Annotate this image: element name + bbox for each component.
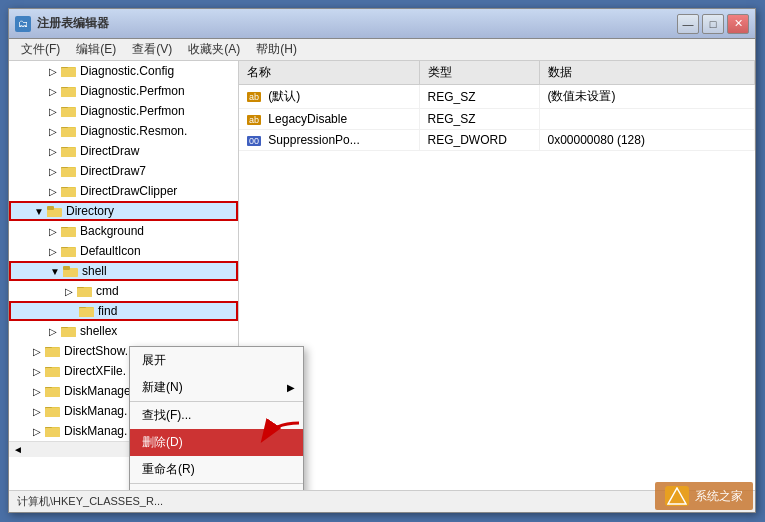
tree-item-diagnostic-perfmon1[interactable]: ▷ Diagnostic.Perfmon: [9, 81, 238, 101]
folder-icon: [45, 384, 61, 398]
watermark-text: 系统之家: [695, 488, 743, 505]
tree-item-directdraw[interactable]: ▷ DirectDraw: [9, 141, 238, 161]
expand-icon: ▼: [47, 263, 63, 279]
tree-item-diagnostic-config[interactable]: ▷ Diagnostic.Config: [9, 61, 238, 81]
watermark: 系统之家: [655, 482, 753, 510]
folder-icon: [61, 104, 77, 118]
svg-rect-26: [61, 228, 76, 237]
svg-rect-31: [63, 266, 70, 270]
tree-item-shell[interactable]: ▼ shell: [9, 261, 238, 281]
reg-type: REG_SZ: [419, 109, 539, 130]
folder-icon: [61, 144, 77, 158]
minimize-button[interactable]: —: [677, 14, 699, 34]
tree-label: DirectShow.: [64, 344, 128, 358]
tree-item-directdrawclipper[interactable]: ▷ DirectDrawClipper: [9, 181, 238, 201]
expand-icon: ▷: [29, 403, 45, 419]
ctx-label: 导出(E): [142, 489, 182, 490]
svg-rect-59: [674, 495, 680, 503]
col-data: 数据: [539, 61, 755, 85]
expand-icon: ▷: [45, 163, 61, 179]
expand-icon: ▷: [61, 283, 77, 299]
expand-icon: ▷: [29, 383, 45, 399]
tree-item-cmd[interactable]: ▷ cmd: [9, 281, 238, 301]
tree-item-diagnostic-resmon[interactable]: ▷ Diagnostic.Resmon.: [9, 121, 238, 141]
expand-icon: ▷: [45, 103, 61, 119]
svg-rect-8: [61, 108, 76, 117]
reg-name: 00 SuppressionPo...: [239, 130, 419, 151]
svg-rect-2: [61, 68, 76, 77]
tree-label: shell: [82, 264, 107, 278]
ctx-new[interactable]: 新建(N) ▶: [130, 374, 303, 402]
ctx-expand[interactable]: 展开: [130, 347, 303, 374]
tree-label: DirectDraw: [80, 144, 139, 158]
status-text: 计算机\HKEY_CLASSES_R...: [17, 494, 163, 509]
svg-rect-53: [45, 408, 60, 417]
reg-data: (数值未设置): [539, 85, 755, 109]
folder-icon: [45, 344, 61, 358]
folder-icon: [79, 304, 95, 318]
svg-rect-50: [45, 388, 60, 397]
reg-type: REG_DWORD: [419, 130, 539, 151]
svg-rect-38: [79, 308, 94, 317]
ctx-delete[interactable]: 删除(D): [130, 429, 303, 456]
context-menu: 展开 新建(N) ▶ 查找(F)... 删除(D) 重命名(R) 导出(E) 权…: [129, 346, 304, 490]
menu-favorites[interactable]: 收藏夹(A): [180, 39, 248, 60]
table-row[interactable]: ab (默认) REG_SZ (数值未设置): [239, 85, 755, 109]
folder-icon-open: [47, 204, 63, 218]
expand-icon: ▷: [29, 423, 45, 439]
reg-name: ab (默认): [239, 85, 419, 109]
menu-file[interactable]: 文件(F): [13, 39, 68, 60]
tree-item-defaulticon[interactable]: ▷ DefaultIcon: [9, 241, 238, 261]
menu-view[interactable]: 查看(V): [124, 39, 180, 60]
folder-icon-open: [63, 264, 79, 278]
table-row[interactable]: ab LegacyDisable REG_SZ: [239, 109, 755, 130]
expand-icon: ▷: [45, 63, 61, 79]
tree-item-shellex[interactable]: ▷ shellex: [9, 321, 238, 341]
tree-label: cmd: [96, 284, 119, 298]
menu-edit[interactable]: 编辑(E): [68, 39, 124, 60]
tree-label: DiskManage.: [64, 384, 134, 398]
scroll-left-btn[interactable]: ◄: [13, 444, 23, 455]
svg-rect-22: [47, 206, 54, 210]
menu-help[interactable]: 帮助(H): [248, 39, 305, 60]
tree-label: Diagnostic.Resmon.: [80, 124, 187, 138]
folder-icon: [45, 364, 61, 378]
expand-icon: ▷: [45, 123, 61, 139]
ctx-rename[interactable]: 重命名(R): [130, 456, 303, 484]
title-bar: 🗂 注册表编辑器 — □ ✕: [9, 9, 755, 39]
svg-rect-47: [45, 368, 60, 377]
table-row[interactable]: 00 SuppressionPo... REG_DWORD 0x00000080…: [239, 130, 755, 151]
svg-rect-44: [45, 348, 60, 357]
status-bar: 计算机\HKEY_CLASSES_R...: [9, 490, 755, 512]
tree-label: Directory: [66, 204, 114, 218]
tree-label: DefaultIcon: [80, 244, 141, 258]
expand-icon: ▷: [29, 363, 45, 379]
tree-item-diagnostic-perfmon2[interactable]: ▷ Diagnostic.Perfmon: [9, 101, 238, 121]
svg-rect-11: [61, 128, 76, 137]
folder-icon: [61, 244, 77, 258]
folder-icon: [61, 124, 77, 138]
tree-item-directdraw7[interactable]: ▷ DirectDraw7: [9, 161, 238, 181]
ctx-export[interactable]: 导出(E): [130, 484, 303, 490]
expand-icon: ▷: [45, 243, 61, 259]
svg-marker-32: [63, 270, 78, 277]
window-title: 注册表编辑器: [37, 15, 677, 32]
watermark-logo: [665, 486, 689, 506]
reg-data: [539, 109, 755, 130]
expand-icon: ▷: [45, 183, 61, 199]
tree-item-find[interactable]: find: [9, 301, 238, 321]
tree-label: Diagnostic.Perfmon: [80, 84, 185, 98]
tree-label: DirectXFile.: [64, 364, 126, 378]
folder-icon: [61, 164, 77, 178]
col-name: 名称: [239, 61, 419, 85]
tree-item-directory[interactable]: ▼ Directory: [9, 201, 238, 221]
window-controls: — □ ✕: [677, 14, 749, 34]
close-button[interactable]: ✕: [727, 14, 749, 34]
expand-icon: ▼: [31, 203, 47, 219]
tree-label: DirectDraw7: [80, 164, 146, 178]
ctx-find[interactable]: 查找(F)...: [130, 402, 303, 429]
submenu-arrow: ▶: [287, 382, 295, 393]
maximize-button[interactable]: □: [702, 14, 724, 34]
tree-item-background[interactable]: ▷ Background: [9, 221, 238, 241]
expand-icon: ▷: [45, 323, 61, 339]
